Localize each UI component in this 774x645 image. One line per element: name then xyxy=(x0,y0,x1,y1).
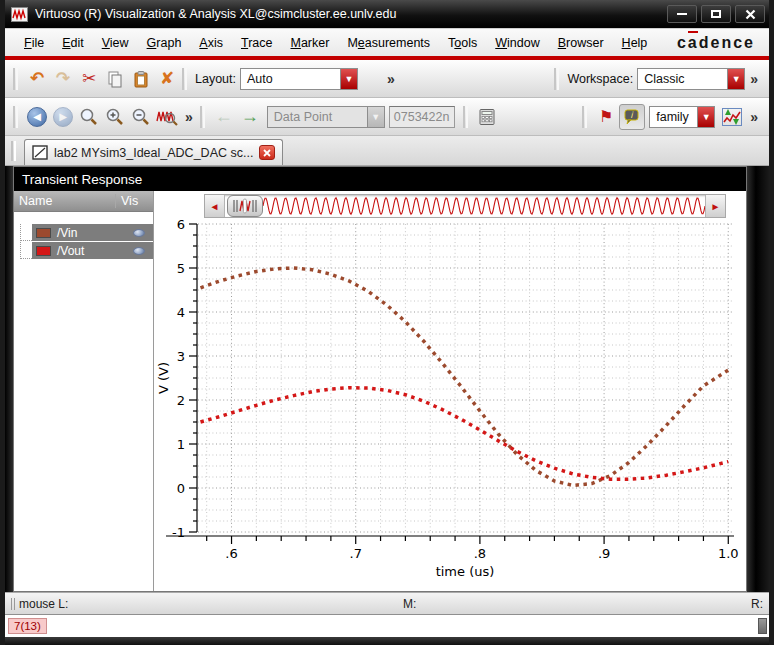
close-button[interactable] xyxy=(735,5,765,23)
replot-icon xyxy=(721,107,743,127)
signal-row-vout[interactable]: /Vout xyxy=(14,242,153,259)
toolbar-overflow-chevron[interactable]: » xyxy=(745,71,763,87)
toolbar-overflow-chevron[interactable]: » xyxy=(180,109,198,125)
tab-close-button[interactable] xyxy=(259,145,275,160)
pan-left-button[interactable]: ◄ xyxy=(205,195,225,217)
previous-point-button[interactable]: ← xyxy=(211,104,237,130)
menu-view[interactable]: View xyxy=(93,32,138,54)
toolbar-grip[interactable] xyxy=(554,68,559,90)
next-view-button[interactable]: ▶ xyxy=(50,104,76,130)
coordinate-field[interactable]: 0753422n xyxy=(389,106,455,128)
vin-color-swatch[interactable] xyxy=(36,228,51,238)
signal-label[interactable]: /Vin xyxy=(57,226,127,240)
zoom-fit-button[interactable] xyxy=(76,104,102,130)
menu-edit[interactable]: Edit xyxy=(53,32,93,54)
visibility-eye-icon[interactable] xyxy=(133,247,145,255)
maximize-icon xyxy=(711,10,721,18)
left-triangle-icon: ◄ xyxy=(210,201,220,212)
label-balloon-button[interactable]: i xyxy=(619,104,645,130)
svg-text:3: 3 xyxy=(177,349,185,364)
delete-button[interactable]: ✘ xyxy=(154,66,180,92)
undo-button[interactable]: ↶ xyxy=(24,66,50,92)
back-circle-icon: ◀ xyxy=(27,107,47,127)
menu-help[interactable]: Help xyxy=(613,32,657,54)
message-scroll-handle[interactable] xyxy=(758,618,767,634)
visibility-eye-icon[interactable] xyxy=(133,229,145,237)
graph-area: Transient Response Name Vis /Vin xyxy=(5,166,769,592)
mouse-left-status: mouse L: xyxy=(19,597,68,611)
dropdown-arrow-icon[interactable]: ▼ xyxy=(697,107,714,127)
paste-button[interactable] xyxy=(128,66,154,92)
right-frame-gutter xyxy=(747,166,769,592)
vout-color-swatch[interactable] xyxy=(36,246,51,256)
toolbar-grip[interactable] xyxy=(463,106,468,128)
title-bar[interactable]: Virtuoso (R) Visualization & Analysis XL… xyxy=(5,0,769,28)
status-bar: mouse L: M: R: xyxy=(5,592,769,614)
toolbar-grip[interactable] xyxy=(182,68,187,90)
name-column-header[interactable]: Name xyxy=(14,194,115,208)
zoom-out-button[interactable] xyxy=(128,104,154,130)
calculator-button[interactable] xyxy=(474,104,500,130)
menu-graph[interactable]: Graph xyxy=(138,32,191,54)
family-combobox[interactable]: family ▼ xyxy=(649,106,715,128)
menu-axis[interactable]: Axis xyxy=(190,32,232,54)
dropdown-arrow-icon[interactable]: ▼ xyxy=(727,69,744,89)
cut-button[interactable]: ✂ xyxy=(76,66,102,92)
menu-browser[interactable]: Browser xyxy=(549,32,613,54)
menu-marker[interactable]: Marker xyxy=(281,32,338,54)
toolbar-overflow-chevron[interactable]: » xyxy=(745,109,763,125)
toolbar-overflow-chevron[interactable]: » xyxy=(382,71,400,87)
next-point-button[interactable]: → xyxy=(237,104,263,130)
signal-label[interactable]: /Vout xyxy=(57,244,127,258)
layout-combobox[interactable]: Auto ▼ xyxy=(240,68,358,90)
menu-measurements[interactable]: Measurements xyxy=(338,32,439,54)
tab-lab2[interactable]: lab2 MYsim3_Ideal_ADC_DAC sc... xyxy=(24,139,283,165)
signal-overview-scrollbar[interactable]: ◄ ► xyxy=(204,194,726,218)
signal-row-vin[interactable]: /Vin xyxy=(14,224,153,241)
snap-mode-combobox[interactable]: Data Point ▼ xyxy=(267,106,385,128)
svg-text:0: 0 xyxy=(177,481,185,496)
flag-icon: ⚑ xyxy=(599,107,613,126)
copy-button[interactable] xyxy=(102,66,128,92)
zoom-waveform-icon xyxy=(156,107,178,127)
transient-plot[interactable]: -10123456V (V).6.7.8.91.0time (us) xyxy=(154,219,745,589)
flag-button[interactable]: ⚑ xyxy=(593,104,619,130)
app-waveform-icon xyxy=(11,7,28,22)
tabbar-grip[interactable] xyxy=(11,141,16,161)
dropdown-arrow-icon[interactable]: ▼ xyxy=(340,69,357,89)
menu-trace[interactable]: Trace xyxy=(232,32,282,54)
vis-column-header[interactable]: Vis xyxy=(115,194,153,208)
zoom-waveform-button[interactable] xyxy=(154,104,180,130)
workspace-label: Workspace: xyxy=(567,72,633,86)
statusbar-grip xyxy=(11,598,15,610)
maximize-button[interactable] xyxy=(701,5,731,23)
minimize-icon xyxy=(677,13,687,15)
family-value: family xyxy=(650,110,697,124)
menu-file[interactable]: File xyxy=(15,32,53,54)
redo-button[interactable]: ↷ xyxy=(50,66,76,92)
pan-right-button[interactable]: ► xyxy=(705,195,725,217)
copy-icon xyxy=(106,70,124,88)
menu-window[interactable]: Window xyxy=(486,32,548,54)
workspace-combobox[interactable]: Classic ▼ xyxy=(637,68,745,90)
toolbar-grip[interactable] xyxy=(13,106,18,128)
toolbar-grip[interactable] xyxy=(13,68,18,90)
zoom-in-button[interactable] xyxy=(102,104,128,130)
dropdown-arrow-icon: ▼ xyxy=(367,107,384,127)
toolbar-grip[interactable] xyxy=(582,106,587,128)
svg-text:2: 2 xyxy=(177,393,185,408)
toolbar-grip[interactable] xyxy=(200,106,205,128)
tab-bar: lab2 MYsim3_Ideal_ADC_DAC sc... xyxy=(5,136,769,166)
overview-waveform[interactable] xyxy=(263,195,705,217)
previous-view-button[interactable]: ◀ xyxy=(24,104,50,130)
overview-slider-handle[interactable] xyxy=(227,195,263,217)
mouse-middle-status: M: xyxy=(68,597,751,611)
minimize-button[interactable] xyxy=(667,5,697,23)
message-count-badge[interactable]: 7(13) xyxy=(8,618,47,634)
zoom-in-icon xyxy=(105,107,125,127)
mouse-right-status: R: xyxy=(751,597,763,611)
menu-tools[interactable]: Tools xyxy=(439,32,486,54)
close-icon xyxy=(745,9,756,20)
left-frame-gutter xyxy=(5,166,13,592)
replot-button[interactable] xyxy=(719,104,745,130)
